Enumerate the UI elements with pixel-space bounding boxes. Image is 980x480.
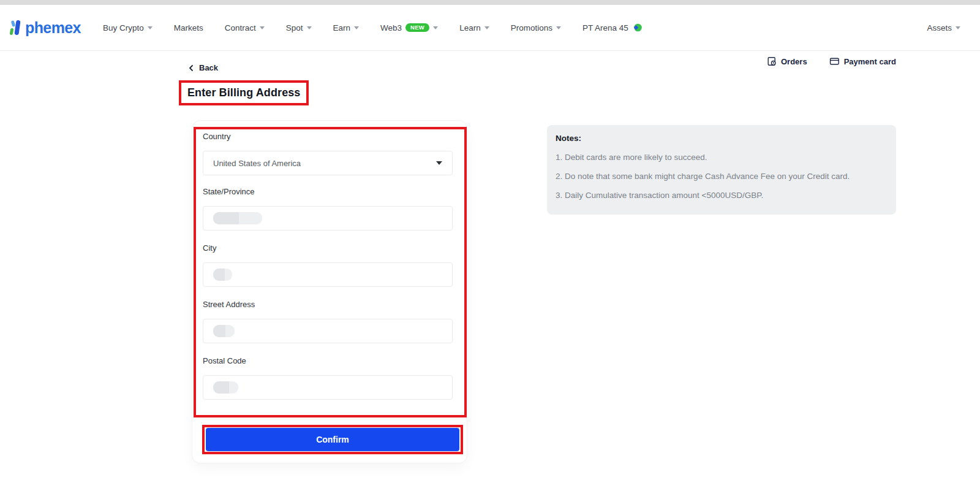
redacted-text-blob [213, 212, 262, 224]
caret-down-icon [260, 26, 265, 29]
nav-item-label: Learn [459, 23, 481, 32]
nav-item-label: Assets [927, 23, 952, 32]
country-value: United States of America [213, 159, 301, 168]
caret-down-icon [307, 26, 312, 29]
orders-label: Orders [781, 57, 807, 66]
nav-item-web3[interactable]: Web3 NEW [380, 23, 438, 32]
nav-item-label: Web3 [380, 23, 402, 32]
redacted-text-blob [213, 381, 238, 394]
city-input[interactable] [203, 262, 453, 287]
chevron-left-icon [187, 64, 195, 72]
street-input[interactable] [203, 319, 453, 343]
page-title: Enter Billing Address [187, 86, 300, 99]
back-button[interactable]: Back [187, 63, 218, 72]
nav-item-label: Markets [174, 23, 203, 32]
phemex-logo-text: phemex [25, 19, 81, 37]
notes-item-1: 1. Debit cards are more likely to succee… [556, 148, 884, 167]
postal-input[interactable] [203, 375, 453, 400]
notes-title: Notes: [556, 134, 884, 143]
nav-item-markets[interactable]: Markets [174, 23, 203, 32]
caret-down-icon [148, 26, 153, 29]
redacted-text-blob [213, 269, 232, 281]
caret-down-icon [436, 161, 442, 165]
nav-item-promotions[interactable]: Promotions [511, 23, 561, 32]
nav-item-learn[interactable]: Learn [459, 23, 489, 32]
order-history-icon [767, 56, 777, 66]
payment-card-label: Payment card [844, 57, 896, 66]
notes-item-2: 2. Do note that some bank might charge C… [556, 167, 884, 186]
confirm-annotation-box: Confirm [202, 425, 463, 454]
city-label: City [203, 243, 453, 253]
nav-item-label: Contract [225, 23, 256, 32]
caret-down-icon [484, 26, 489, 29]
nav-item-earn[interactable]: Earn [333, 23, 360, 32]
postal-label: Postal Code [203, 356, 453, 365]
nav-item-label: Buy Crypto [103, 23, 144, 32]
country-label: Country [203, 132, 453, 141]
nav-item-spot[interactable]: Spot [286, 23, 312, 32]
phemex-logo-icon [7, 18, 23, 37]
state-field-group: State/Province [203, 187, 453, 196]
state-input[interactable] [203, 206, 453, 230]
notes-panel: Notes: 1. Debit cards are more likely to… [547, 125, 896, 215]
street-field-group: Street Address [203, 300, 453, 309]
street-label: Street Address [203, 300, 453, 309]
back-label: Back [199, 63, 218, 72]
orders-link[interactable]: Orders [767, 56, 807, 66]
caret-down-icon [956, 26, 960, 29]
confirm-button[interactable]: Confirm [206, 428, 459, 451]
green-circle-blue-diamond-icon [632, 23, 642, 32]
nav-item-label: Spot [286, 23, 303, 32]
city-field-group: City [203, 243, 453, 253]
redacted-text-blob [213, 325, 235, 337]
caret-down-icon [433, 26, 438, 29]
nav-item-label: Earn [333, 23, 351, 32]
top-action-links: Orders Payment card [767, 56, 896, 66]
caret-down-icon [556, 26, 561, 29]
nav-menu: Buy Crypto Markets Contract Spot Earn We… [103, 23, 642, 32]
credit-card-icon [829, 56, 840, 66]
phemex-billing-address-page: phemex Buy Crypto Markets Contract Spot … [0, 0, 980, 480]
window-top-strip [0, 0, 980, 5]
nav-item-buy-crypto[interactable]: Buy Crypto [103, 23, 153, 32]
top-navbar: phemex Buy Crypto Markets Contract Spot … [0, 5, 980, 51]
country-select[interactable]: United States of America [203, 151, 453, 175]
nav-item-label: PT Arena 45 [582, 23, 628, 32]
caret-down-icon [354, 26, 359, 29]
nav-item-pt-arena[interactable]: PT Arena 45 [582, 23, 642, 32]
country-field-group: Country United States of America [203, 132, 453, 141]
notes-item-3: 3. Daily Cumulative transaction amount <… [556, 186, 884, 205]
phemex-logo[interactable]: phemex [7, 18, 81, 37]
nav-item-label: Promotions [511, 23, 552, 32]
title-annotation-box: Enter Billing Address [179, 80, 309, 105]
state-label: State/Province [203, 187, 453, 196]
nav-item-assets[interactable]: Assets [927, 23, 960, 32]
nav-item-contract[interactable]: Contract [225, 23, 265, 32]
postal-field-group: Postal Code [203, 356, 453, 365]
new-badge: NEW [405, 23, 429, 32]
payment-card-link[interactable]: Payment card [829, 56, 896, 66]
